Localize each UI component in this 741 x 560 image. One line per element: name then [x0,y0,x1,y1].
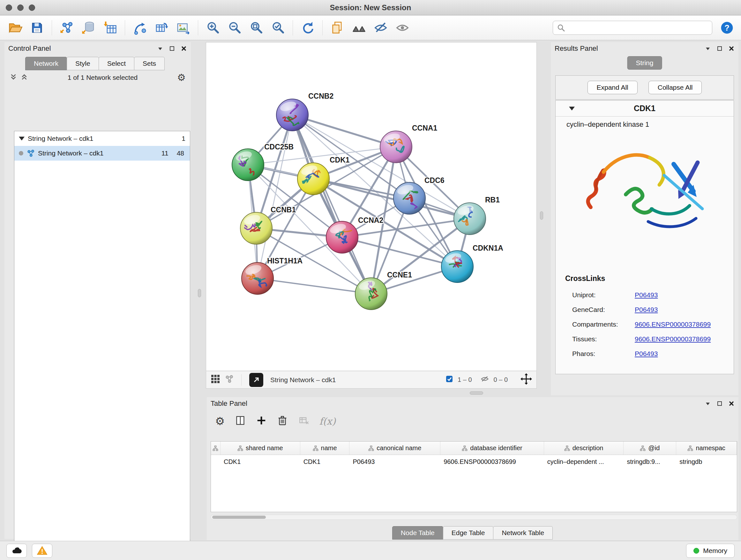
table-cell[interactable]: CDK1 [220,458,300,465]
zoom-window-button[interactable] [29,4,35,11]
network-node-rb1[interactable]: RB1 [454,196,500,235]
new-table-button[interactable] [151,17,172,38]
crosslink-value-link[interactable]: 9606.ENSP00000378699 [635,335,711,343]
crosslink-value-link[interactable]: P06493 [635,350,658,358]
open-session-button[interactable] [5,17,25,38]
crosslink-value-link[interactable]: 9606.ENSP00000378699 [635,320,711,328]
hidden-eye-slash-icon[interactable] [480,374,489,385]
table-tab-network-table[interactable]: Network Table [493,526,553,540]
crosslink-value-link[interactable]: P06493 [635,306,658,314]
row-selector-header[interactable] [211,442,220,455]
table-cell[interactable]: stringdb [676,458,737,465]
table-cell[interactable]: stringdb:9... [623,458,676,465]
first-neighbors-button[interactable] [349,17,369,38]
crosslink-value-link[interactable]: P06493 [635,291,658,299]
hide-selected-button[interactable] [370,17,391,38]
column-header-canonical-name[interactable]: canonical name [349,442,441,455]
network-row-selected[interactable]: String Network – cdk1 11 48 [14,146,190,161]
expand-all-tree-icon[interactable] [10,73,17,82]
network-node-hist1h1a[interactable]: HIST1H1A [242,257,302,294]
duplicate-network-button[interactable] [327,17,347,38]
save-session-button[interactable] [27,17,47,38]
show-columns-icon[interactable] [234,415,246,428]
collapse-all-button[interactable]: Collapse All [649,81,702,94]
table-cell[interactable]: CDK1 [300,458,350,465]
control-tab-network[interactable]: Network [25,57,67,70]
table-tab-node-table[interactable]: Node Table [392,526,443,540]
zoom-selected-button[interactable] [268,17,288,38]
delete-column-trash-icon[interactable] [276,415,288,428]
table-cell[interactable]: cyclin–dependent ... [544,458,624,465]
table-row[interactable]: CDK1CDK1P064939606.ENSP00000378699cyclin… [211,455,737,469]
table-cell[interactable]: P06493 [349,458,441,465]
import-network-database-button[interactable] [78,17,98,38]
table-horizontal-scrollbar[interactable] [211,515,737,520]
warnings-button[interactable] [32,544,52,558]
network-edge-ccnb2-ccne1[interactable] [292,115,371,294]
import-table-button[interactable] [100,17,120,38]
show-all-button[interactable] [392,17,413,38]
column-header-shared-name[interactable]: shared name [220,442,300,455]
maximize-panel-icon[interactable] [169,46,175,51]
column-header-database-identifier[interactable]: database identifier [441,442,544,455]
scrollbar-thumb[interactable] [212,516,266,519]
table-tab-edge-table[interactable]: Edge Table [443,526,494,540]
control-tab-select[interactable]: Select [98,57,134,70]
float-panel-icon[interactable] [704,400,711,407]
collapse-all-tree-icon[interactable] [20,73,28,82]
string-view-icon[interactable] [225,374,233,385]
close-panel-icon[interactable] [728,45,735,52]
horizontal-splitter-handle[interactable] [470,391,483,395]
memory-button[interactable]: Memory [686,544,735,558]
zoom-out-button[interactable] [224,17,245,38]
network-collection-row[interactable]: String Network – cdk1 1 [14,131,190,146]
protein-card-header[interactable]: CDK1 [556,101,734,117]
network-node-ccna1[interactable]: CCNA1 [380,124,437,163]
float-panel-icon[interactable] [157,45,163,52]
collapse-triangle-icon[interactable] [569,107,575,111]
import-network-file-button[interactable] [57,17,77,38]
zoom-in-button[interactable] [203,17,223,38]
vertical-splitter-handle[interactable] [540,211,543,220]
open-in-new-window-button[interactable] [249,373,263,387]
vertical-splitter-handle[interactable] [198,289,201,297]
maximize-panel-icon[interactable] [717,401,723,407]
function-builder-button[interactable]: f(x) [319,416,335,427]
control-tab-style[interactable]: Style [67,57,99,70]
results-tab-string[interactable]: String [627,56,662,70]
column-header--id[interactable]: @id [623,442,676,455]
close-panel-icon[interactable] [181,45,187,52]
column-header-description[interactable]: description [544,442,624,455]
maximize-panel-icon[interactable] [717,46,723,51]
table-cell[interactable]: 9606.ENSP00000378699 [441,458,544,465]
selected-nodes-checkbox-icon[interactable] [446,375,453,384]
add-column-icon[interactable] [256,415,267,428]
network-edge-ccnb2-hist1h1a[interactable] [258,115,292,278]
close-panel-icon[interactable] [728,400,735,407]
new-network-button[interactable] [130,17,150,38]
help-button[interactable]: ? [718,19,736,37]
apply-layout-button[interactable] [297,17,318,38]
minimize-window-button[interactable] [17,4,23,11]
table-options-gear-icon[interactable]: ⚙ [215,416,225,427]
search-input[interactable] [568,24,708,32]
network-node-cdc6[interactable]: CDC6 [394,176,445,214]
network-edge-ccnb2-ccna1[interactable] [292,115,396,147]
control-tab-sets[interactable]: Sets [134,57,165,70]
float-panel-icon[interactable] [704,45,711,52]
network-canvas[interactable]: CCNB2CCNA1CDC25BCDK1CDC6RB1CCNB1CCNA2CDK… [206,42,537,371]
expand-all-button[interactable]: Expand All [588,81,637,94]
column-header-namespac[interactable]: namespac [676,442,737,455]
network-node-cdkn1a[interactable]: CDKN1A [441,244,503,283]
column-header-name[interactable]: name [300,442,350,455]
zoom-fit-button[interactable] [246,17,266,38]
close-window-button[interactable] [6,4,12,11]
network-options-gear-icon[interactable]: ⚙ [177,73,186,82]
cloud-status-button[interactable] [6,544,27,558]
export-image-button[interactable] [173,17,193,38]
network-edge-hist1h1a-ccne1[interactable] [258,278,371,294]
birds-eye-view-icon[interactable] [211,374,220,385]
collapse-triangle-icon[interactable] [19,137,24,140]
pan-move-icon[interactable] [521,373,532,386]
network-node-cdk1[interactable]: CDK1 [297,156,350,195]
